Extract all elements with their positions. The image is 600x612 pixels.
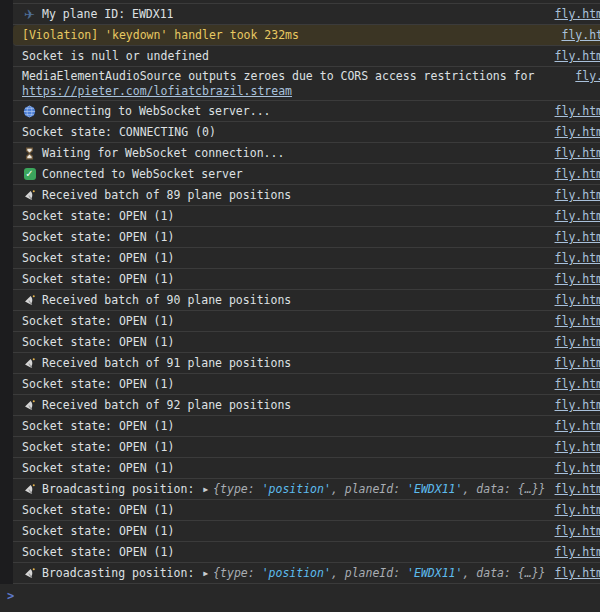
console-row: Socket state: OPEN (1) fly.htm: [13, 311, 600, 332]
console-row: Socket state: OPEN (1) fly.htm: [13, 248, 600, 269]
source-link[interactable]: fly.htm: [555, 293, 600, 307]
console-row: Received batch of 90 plane positions fly…: [13, 290, 600, 311]
console-row: Socket state: OPEN (1) fly.htm: [13, 416, 600, 437]
log-message: Connecting to WebSocket server...: [42, 104, 270, 118]
expand-arrow-icon[interactable]: ▶: [203, 569, 208, 578]
log-message: Socket state: OPEN (1): [22, 335, 174, 349]
log-message: [Violation] 'keydown' handler took 232ms: [22, 28, 299, 42]
preview-token: {type:: [213, 482, 261, 496]
console-row: Received batch of 89 plane positions fly…: [13, 185, 600, 206]
console-prompt-row: >: [0, 584, 600, 612]
console-row: Received batch of 91 plane positions fly…: [13, 353, 600, 374]
preview-string: 'position': [262, 566, 331, 580]
source-link[interactable]: fly.htm: [555, 125, 600, 139]
log-message: Received batch of 89 plane positions: [42, 188, 291, 202]
log-message: Waiting for WebSocket connection...: [42, 146, 284, 160]
preview-token: {…}}: [518, 566, 546, 580]
log-message: MediaElementAudioSource outputs zeroes d…: [22, 69, 534, 84]
source-link[interactable]: fly.htm: [555, 440, 600, 454]
preview-token: , data:: [462, 566, 517, 580]
source-link[interactable]: fly.ht: [561, 28, 600, 42]
console-row: MediaElementAudioSource outputs zeroes d…: [13, 67, 600, 101]
log-message: Socket state: OPEN (1): [22, 209, 174, 223]
source-link[interactable]: fly.htm: [555, 356, 600, 370]
log-message: My plane ID: EWDX11: [42, 7, 174, 21]
preview-string: 'position': [262, 482, 331, 496]
console-messages: ✈ My plane ID: EWDX11 fly.htm [Violation…: [0, 0, 600, 584]
log-message: Socket state: OPEN (1): [22, 545, 174, 559]
source-link[interactable]: fly.htm: [555, 545, 600, 559]
console-row: Connecting to WebSocket server... fly.ht…: [13, 101, 600, 122]
satellite-icon: [22, 567, 37, 580]
console-input[interactable]: [22, 590, 600, 606]
log-message: Socket state: OPEN (1): [22, 251, 174, 265]
log-message: Socket state: OPEN (1): [22, 419, 174, 433]
source-link[interactable]: fly.htm: [555, 104, 600, 118]
source-link[interactable]: fly.htm: [555, 419, 600, 433]
console-row: Socket is null or undefined fly.htm: [13, 46, 600, 67]
console-row: Socket state: CONNECTING (0) fly.htm: [13, 122, 600, 143]
hourglass-icon: [22, 147, 37, 160]
console-row: ✈ My plane ID: EWDX11 fly.htm: [13, 4, 600, 25]
console-row: Broadcasting position: ▶ {type: 'positio…: [13, 479, 600, 500]
console-log-list[interactable]: ✈ My plane ID: EWDX11 fly.htm [Violation…: [13, 3, 600, 584]
preview-string: 'EWDX11': [407, 482, 462, 496]
source-link[interactable]: fly.htm: [555, 377, 600, 391]
object-preview[interactable]: {type: 'position', planeId: 'EWDX11', da…: [213, 566, 545, 580]
log-message: Connected to WebSocket server: [42, 167, 243, 181]
log-message: Socket is null or undefined: [22, 49, 209, 63]
log-message: Broadcasting position:: [42, 566, 194, 580]
source-link[interactable]: fly.htm: [555, 398, 600, 412]
console-row: Socket state: OPEN (1) fly.htm: [13, 227, 600, 248]
source-link[interactable]: fly.htm: [555, 209, 600, 223]
source-link[interactable]: fly.htm: [555, 335, 600, 349]
console-row: Socket state: OPEN (1) fly.htm: [13, 374, 600, 395]
source-link[interactable]: fly.htm: [555, 49, 600, 63]
source-link[interactable]: fly.htm: [555, 524, 600, 538]
check-icon: ✓: [22, 168, 37, 180]
source-link[interactable]: fly.htm: [555, 566, 600, 580]
preview-token: , data:: [462, 482, 517, 496]
preview-token: , planeId:: [331, 482, 407, 496]
source-link[interactable]: fly.htm: [555, 188, 600, 202]
log-message: Received batch of 92 plane positions: [42, 398, 291, 412]
log-message: Socket state: OPEN (1): [22, 272, 174, 286]
console-row: Socket state: OPEN (1) fly.htm: [13, 521, 600, 542]
preview-token: {type:: [213, 566, 261, 580]
console-row: Socket state: OPEN (1) fly.htm: [13, 500, 600, 521]
console-row: [Violation] 'keydown' handler took 232ms…: [13, 25, 600, 46]
preview-token: , planeId:: [331, 566, 407, 580]
console-left-gutter: [0, 0, 13, 584]
console-row: Socket state: OPEN (1) fly.htm: [13, 458, 600, 479]
source-link[interactable]: fly.htm: [555, 251, 600, 265]
expand-arrow-icon[interactable]: ▶: [203, 485, 208, 494]
plane-icon: ✈: [22, 8, 37, 21]
console-row: Socket state: OPEN (1) fly.htm: [13, 437, 600, 458]
log-message: Socket state: OPEN (1): [22, 377, 174, 391]
source-link[interactable]: fly.htm: [555, 272, 600, 286]
log-message: Socket state: OPEN (1): [22, 230, 174, 244]
source-link[interactable]: fly.htm: [555, 167, 600, 181]
source-link[interactable]: fly.htm: [555, 230, 600, 244]
object-preview[interactable]: {type: 'position', planeId: 'EWDX11', da…: [213, 482, 545, 496]
globe-icon: [22, 105, 37, 118]
satellite-icon: [22, 189, 37, 202]
satellite-icon: [22, 357, 37, 370]
console-row: Socket state: OPEN (1) fly.htm: [13, 542, 600, 563]
source-link[interactable]: fly.htm: [555, 7, 600, 21]
log-message: Socket state: OPEN (1): [22, 503, 174, 517]
source-link[interactable]: fly.htm: [555, 314, 600, 328]
stream-url-link[interactable]: https://pieter.com/lofiatcbrazil.stream: [22, 84, 534, 99]
console-row: ✓ Connected to WebSocket server fly.htm: [13, 164, 600, 185]
source-link[interactable]: fly.htm: [555, 503, 600, 517]
source-link[interactable]: fly.htm: [555, 146, 600, 160]
console-row: Received batch of 92 plane positions fly…: [13, 395, 600, 416]
devtools-console-panel: ✈ My plane ID: EWDX11 fly.htm [Violation…: [0, 0, 600, 612]
source-link[interactable]: fly.: [575, 67, 600, 83]
console-row: Socket state: OPEN (1) fly.htm: [13, 206, 600, 227]
log-message: Socket state: OPEN (1): [22, 461, 174, 475]
log-message: Socket state: OPEN (1): [22, 440, 174, 454]
source-link[interactable]: fly.htm: [555, 461, 600, 475]
source-link[interactable]: fly.htm: [555, 482, 600, 496]
preview-string: 'EWDX11': [407, 566, 462, 580]
